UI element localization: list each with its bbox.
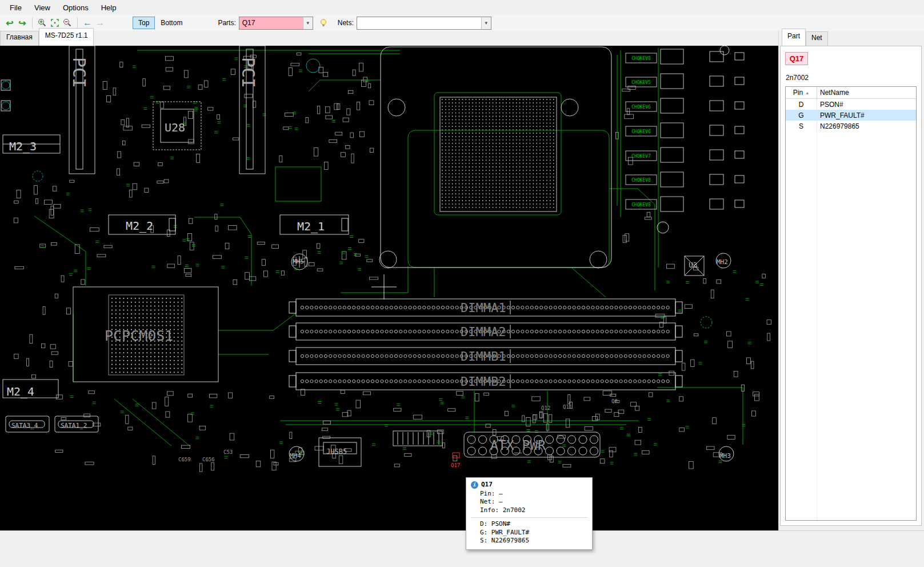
nav-forward-icon[interactable]: ↪ bbox=[16, 17, 29, 29]
pcb-label: PCI bbox=[238, 57, 258, 88]
pcb-label: CHOKEV8 bbox=[631, 56, 651, 61]
sort-asc-icon: ▲ bbox=[805, 91, 809, 95]
table-row[interactable]: G PWR_FAULT# bbox=[786, 110, 916, 121]
menu-options[interactable]: Options bbox=[57, 1, 95, 14]
zoom-out-icon[interactable] bbox=[61, 17, 74, 29]
selected-part-marker bbox=[453, 453, 459, 458]
part-panel: Q17 2n7002 Pin ▲ NetName D PSON# G PWR_F… bbox=[780, 46, 922, 526]
pcb-label: Q11 bbox=[563, 404, 572, 410]
pcb-label: C659 bbox=[178, 457, 191, 462]
tooltip-divider bbox=[471, 517, 587, 518]
pin-table: Pin ▲ NetName D PSON# G PWR_FAULT# S N22… bbox=[785, 86, 917, 521]
part-info: 2n7002 bbox=[786, 74, 809, 82]
nets-combobox[interactable]: ▼ bbox=[357, 17, 491, 30]
tooltip-net: Net: – bbox=[471, 498, 587, 506]
zoom-in-icon[interactable] bbox=[36, 17, 49, 29]
pcb-parts bbox=[1, 46, 734, 466]
tab-net[interactable]: Net bbox=[806, 31, 828, 46]
nets-label: Nets: bbox=[338, 19, 354, 27]
parts-label: Parts: bbox=[218, 19, 235, 27]
tab-board[interactable]: MS-7D25 r1.1 bbox=[39, 28, 94, 46]
pcb-label: CHOKEV7 bbox=[631, 154, 651, 159]
pin-cell: S bbox=[786, 121, 817, 131]
tooltip-info: Info: 2n7002 bbox=[471, 506, 587, 515]
parts-combobox-value: Q17 bbox=[239, 17, 303, 29]
pcb-label: PCI bbox=[69, 57, 89, 88]
front-panel-header[interactable] bbox=[393, 431, 442, 446]
pcb-label: DIMMB2 bbox=[461, 374, 506, 389]
pcb-label: M2_4 bbox=[7, 385, 34, 398]
menu-view[interactable]: View bbox=[28, 1, 57, 14]
pcb-label: Q17 bbox=[451, 462, 460, 468]
pcb-label: U28 bbox=[165, 121, 185, 134]
table-row[interactable]: S N226979865 bbox=[786, 121, 916, 131]
menu-help[interactable]: Help bbox=[95, 1, 123, 14]
pin-cell: D bbox=[786, 99, 817, 110]
boardview-app: File View Options Help ↩ ↪ ← → Top Botto… bbox=[0, 0, 924, 567]
tooltip-part-name: Q17 bbox=[481, 481, 493, 489]
tab-home[interactable]: Главная bbox=[0, 31, 39, 46]
via-markers bbox=[2, 59, 712, 328]
document-tab-bar: Главная MS-7D25 r1.1 bbox=[0, 31, 778, 46]
column-header-netname[interactable]: NetName bbox=[817, 87, 916, 98]
pin-table-empty-area bbox=[786, 131, 916, 520]
pcb-label: ATX_PWR bbox=[490, 438, 546, 453]
parts-combobox[interactable]: Q17 ▼ bbox=[239, 17, 313, 30]
prev-part-icon[interactable]: ← bbox=[81, 17, 94, 29]
pcb-label: JUSB5 bbox=[326, 448, 347, 456]
fit-view-icon[interactable] bbox=[49, 17, 61, 29]
pcb-label: M2_3 bbox=[9, 139, 37, 153]
chevron-down-icon[interactable]: ▼ bbox=[481, 17, 491, 29]
menu-bar: File View Options Help bbox=[0, 0, 924, 15]
pcb-canvas[interactable]: PCIPCIU28M2_3M2_2M2_1M2_4PCPCM0S1DIMMA1D… bbox=[0, 46, 778, 530]
top-layer-button[interactable]: Top bbox=[133, 17, 155, 29]
side-panel-tab-bar: Part Net bbox=[779, 31, 924, 46]
pcb-label: M2_1 bbox=[297, 219, 325, 233]
tab-part[interactable]: Part bbox=[782, 29, 806, 46]
pcb-label: CHOKEV8 bbox=[631, 202, 651, 207]
pcb-label: PCPCM0S1 bbox=[105, 328, 173, 344]
side-panel: Part Net Q17 2n7002 Pin ▲ NetName D PSON… bbox=[778, 31, 924, 530]
status-bar bbox=[0, 530, 924, 567]
cpu-socket[interactable] bbox=[379, 47, 611, 268]
pcb-label: M2_2 bbox=[126, 219, 153, 233]
table-row[interactable]: D PSON# bbox=[786, 99, 916, 110]
nav-back-icon[interactable]: ↩ bbox=[3, 17, 16, 29]
info-icon: i bbox=[471, 481, 478, 489]
pcb-label: DIMMA2 bbox=[461, 325, 506, 339]
pcb-label: Q8 bbox=[611, 398, 618, 404]
tooltip-header: i Q17 bbox=[471, 481, 587, 489]
pcb-label: MH2 bbox=[717, 258, 728, 266]
bottom-layer-button[interactable]: Bottom bbox=[155, 17, 188, 29]
pcb-label: CHOKEV5 bbox=[631, 80, 651, 85]
menu-file[interactable]: File bbox=[3, 1, 28, 14]
next-part-icon[interactable]: → bbox=[94, 17, 106, 29]
column-header-pin[interactable]: Pin ▲ bbox=[786, 87, 817, 98]
net-cell: PSON# bbox=[817, 99, 916, 110]
toolbar-separator bbox=[32, 18, 33, 28]
net-cell: PWR_FAULT# bbox=[817, 110, 916, 121]
highlight-bulb-icon[interactable] bbox=[317, 17, 330, 29]
tooltip-pin: Pin: – bbox=[471, 490, 587, 498]
tooltip-pin-s: S: N226979865 bbox=[471, 537, 587, 545]
pcb-label: U3 bbox=[689, 261, 698, 269]
pcb-label: SATA1_2 bbox=[61, 422, 87, 429]
cursor-crosshair bbox=[371, 274, 397, 300]
pcb-label: C53 bbox=[223, 449, 233, 455]
pcb-label: DIMMB1 bbox=[461, 349, 506, 364]
part-tooltip: i Q17 Pin: – Net: – Info: 2n7002 D: PSON… bbox=[466, 477, 593, 550]
pcb-label: MH3 bbox=[719, 452, 731, 460]
edge-icons bbox=[1, 80, 10, 111]
toolbar-separator bbox=[77, 18, 78, 28]
pcb-label: CHOKEV8 bbox=[631, 178, 651, 183]
pcb-label: CHOKEV6 bbox=[631, 105, 651, 110]
pcb-label: C656 bbox=[202, 457, 215, 462]
pcb-label: CHOKEV6 bbox=[631, 129, 651, 134]
tooltip-pin-g: G: PWR_FAULT# bbox=[471, 529, 587, 537]
pcb-label: MH5 bbox=[293, 258, 304, 265]
pcb-label: Q12 bbox=[541, 405, 550, 411]
chevron-down-icon[interactable]: ▼ bbox=[303, 17, 313, 29]
pcb-labels: PCIPCIU28M2_3M2_2M2_1M2_4PCPCM0S1DIMMA1D… bbox=[7, 56, 731, 468]
net-cell: N226979865 bbox=[817, 121, 916, 131]
selected-part-badge: Q17 bbox=[785, 52, 808, 65]
